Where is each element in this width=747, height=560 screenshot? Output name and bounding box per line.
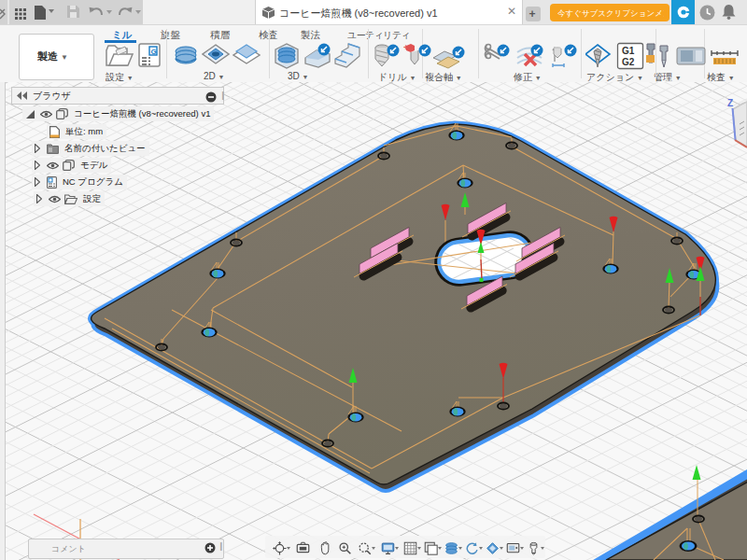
svg-text:G: G — [151, 48, 157, 56]
svg-text:G2: G2 — [622, 57, 635, 67]
svg-text:Z: Z — [727, 98, 733, 108]
svg-text:+: + — [403, 43, 408, 52]
svg-text:G1: G1 — [622, 46, 635, 56]
